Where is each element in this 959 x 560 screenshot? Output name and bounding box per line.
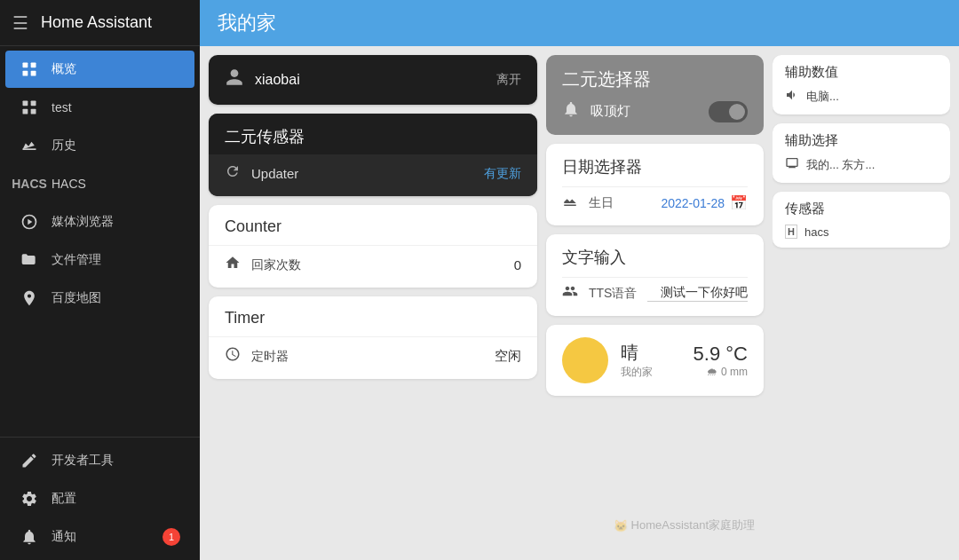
counter-row[interactable]: 回家次数 0 [209,245,537,288]
weather-temperature: 5.9 °C [693,343,748,366]
user-action[interactable]: 离开 [496,72,521,88]
sidebar-item-developer[interactable]: 开发者工具 [5,442,194,479]
sidebar-item-notify[interactable]: 通知 1 [5,518,194,556]
grid-icon [20,59,39,79]
hacs-sensor-icon: H [785,225,797,239]
svg-rect-5 [31,101,36,106]
bell-bs-icon [562,100,580,122]
aux-value-row[interactable]: 电脑... [785,88,938,106]
binary-sensor-card: 二元传感器 Updater 有更新 [209,114,537,196]
sidebar-item-label: 媒体浏览器 [52,214,114,230]
hacs-icon: HACS [20,174,39,193]
timer-title: Timer [209,296,537,331]
binary-sensor-title: 二元传感器 [209,114,537,154]
svg-rect-3 [31,71,36,76]
sensor-card: 传感器 H hacs [773,192,950,248]
sidebar: ☰ Home Assistant 概览 test 历史 HACS HACS [0,0,200,560]
gear-icon [20,489,39,509]
weather-info: 晴 我的家 [621,341,681,380]
binary-selector-row[interactable]: 吸顶灯 [562,100,748,122]
speaker-icon [785,88,799,106]
svg-rect-7 [31,109,36,114]
aux-select-title: 辅助选择 [785,132,938,149]
date-picker-row[interactable]: 生日 2022-01-28 📅 [562,186,748,213]
sidebar-nav: 概览 test 历史 HACS HACS 媒体浏览器 [0,46,200,437]
crown-icon [562,193,578,213]
counter-card: Counter 回家次数 0 [209,205,537,288]
content-area: xiaobai 离开 二元传感器 Updater 有更新 Counter [200,46,959,560]
sidebar-item-media[interactable]: 媒体浏览器 [5,203,194,241]
sidebar-item-files[interactable]: 文件管理 [5,241,194,279]
counter-value: 0 [514,257,521,272]
sidebar-item-baidu[interactable]: 百度地图 [5,280,194,317]
weather-right: 5.9 °C 🌧 0 mm [693,343,748,378]
home-icon [225,255,241,275]
binary-sensor-label: Updater [251,166,484,181]
sensor-title: 传感器 [785,201,938,217]
sidebar-item-label: test [52,100,72,114]
clock-icon [225,346,241,367]
text-input-card: 文字输入 TTS语音 测试一下你好吧 [546,234,764,316]
aux-value-label: 电脑... [806,89,839,105]
left-column: xiaobai 离开 二元传感器 Updater 有更新 Counter [209,55,537,551]
rain-icon: 🌧 [707,366,717,378]
weather-condition: 晴 [621,341,681,365]
location-icon [20,288,39,308]
page-title: 我的家 [218,10,276,36]
weather-location: 我的家 [621,365,681,380]
svg-rect-2 [23,71,28,76]
svg-rect-6 [23,109,28,114]
sidebar-item-hacs[interactable]: HACS HACS [5,165,194,202]
sidebar-item-label: 开发者工具 [52,453,114,469]
date-picker-card: 日期选择器 生日 2022-01-28 📅 [546,144,764,225]
text-input-value[interactable]: 测试一下你好吧 [647,285,748,302]
timer-value: 空闲 [495,348,521,365]
sidebar-item-label: 文件管理 [52,252,101,268]
bell-icon [20,527,39,547]
sidebar-item-history[interactable]: 历史 [5,127,194,164]
date-picker-title: 日期选择器 [562,156,748,177]
wrench-icon [20,451,39,470]
watermark: 🐱 HomeAssistant家庭助理 [614,517,755,533]
weather-icon [562,337,608,383]
text-input-row[interactable]: TTS语音 测试一下你好吧 [562,277,748,304]
play-icon [20,212,39,232]
sidebar-item-overview[interactable]: 概览 [5,51,194,88]
sensor-row[interactable]: H hacs [785,225,938,239]
middle-column: 二元选择器 吸顶灯 日期选择器 生日 [546,55,764,551]
svg-rect-1 [31,63,36,68]
folder-icon [20,250,39,270]
sidebar-item-label: 百度地图 [52,290,101,306]
text-input-label: TTS语音 [589,286,637,302]
aux-select-card: 辅助选择 我的... 东方... [773,123,950,183]
user-card[interactable]: xiaobai 离开 [209,55,537,105]
aux-value-title: 辅助数值 [785,64,938,81]
sidebar-header: ☰ Home Assistant [0,0,200,46]
svg-rect-4 [23,101,28,106]
weather-rain: 🌧 0 mm [693,366,748,378]
binary-selector-title: 二元选择器 [562,67,748,91]
text-input-title: 文字输入 [562,247,748,268]
main-area: 我的家 xiaobai 离开 二元传感器 Updater [200,0,959,560]
calendar-icon[interactable]: 📅 [730,194,748,211]
refresh-icon [225,163,241,184]
topbar: 我的家 [200,0,959,46]
sidebar-item-label: 概览 [52,61,76,77]
date-label: 生日 [589,195,650,211]
weather-card: 晴 我的家 5.9 °C 🌧 0 mm [546,325,764,396]
sidebar-item-test[interactable]: test [5,89,194,126]
binary-sensor-row[interactable]: Updater 有更新 [209,154,537,196]
aux-value-card: 辅助数值 电脑... [773,55,950,114]
binary-selector-label: 吸顶灯 [590,103,698,120]
monitor-icon [785,156,799,174]
sidebar-item-settings[interactable]: 配置 [5,480,194,517]
right-column: 辅助数值 电脑... 辅助选择 我的... 东方... [773,55,950,551]
sidebar-item-label: HACS [52,177,86,191]
sidebar-item-label: 通知 [52,529,76,545]
binary-sensor-value: 有更新 [484,166,521,182]
menu-icon[interactable]: ☰ [12,12,28,34]
timer-row[interactable]: 定时器 空闲 [209,336,537,379]
aux-select-row[interactable]: 我的... 东方... [785,156,938,174]
toggle-switch[interactable] [709,101,748,122]
svg-marker-9 [28,219,32,225]
